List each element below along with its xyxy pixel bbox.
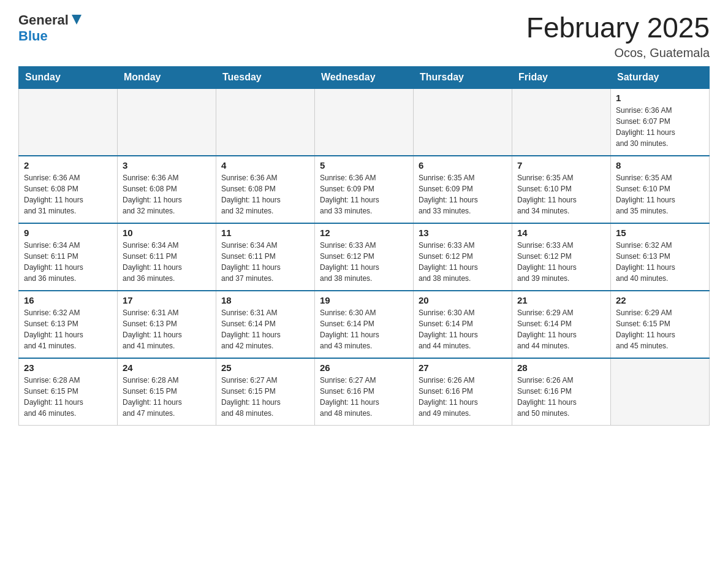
day-number: 8 bbox=[616, 160, 704, 170]
calendar-cell: 2Sunrise: 6:36 AM Sunset: 6:08 PM Daylig… bbox=[19, 156, 118, 223]
logo-general-text: General bbox=[18, 12, 69, 28]
calendar-cell bbox=[216, 88, 315, 156]
calendar-cell: 6Sunrise: 6:35 AM Sunset: 6:09 PM Daylig… bbox=[414, 156, 512, 223]
day-info: Sunrise: 6:35 AM Sunset: 6:09 PM Dayligh… bbox=[419, 172, 507, 216]
svg-marker-0 bbox=[72, 15, 82, 25]
day-number: 21 bbox=[517, 295, 605, 305]
location-text: Ocos, Guatemala bbox=[526, 46, 710, 60]
day-number: 6 bbox=[419, 160, 507, 170]
calendar-cell: 17Sunrise: 6:31 AM Sunset: 6:13 PM Dayli… bbox=[118, 291, 216, 358]
day-info: Sunrise: 6:35 AM Sunset: 6:10 PM Dayligh… bbox=[616, 172, 704, 216]
calendar-cell: 7Sunrise: 6:35 AM Sunset: 6:10 PM Daylig… bbox=[512, 156, 611, 223]
calendar-cell: 8Sunrise: 6:35 AM Sunset: 6:10 PM Daylig… bbox=[611, 156, 710, 223]
logo-icon bbox=[70, 13, 83, 26]
day-number: 27 bbox=[419, 362, 507, 373]
day-info: Sunrise: 6:29 AM Sunset: 6:15 PM Dayligh… bbox=[616, 307, 704, 351]
day-info: Sunrise: 6:36 AM Sunset: 6:08 PM Dayligh… bbox=[123, 172, 211, 216]
day-info: Sunrise: 6:27 AM Sunset: 6:16 PM Dayligh… bbox=[320, 375, 408, 419]
day-info: Sunrise: 6:34 AM Sunset: 6:11 PM Dayligh… bbox=[123, 240, 211, 284]
day-number: 26 bbox=[320, 362, 408, 373]
calendar-cell: 26Sunrise: 6:27 AM Sunset: 6:16 PM Dayli… bbox=[315, 358, 414, 426]
day-info: Sunrise: 6:32 AM Sunset: 6:13 PM Dayligh… bbox=[24, 307, 112, 351]
day-info: Sunrise: 6:36 AM Sunset: 6:09 PM Dayligh… bbox=[320, 172, 408, 216]
calendar-cell bbox=[315, 88, 414, 156]
day-number: 3 bbox=[123, 160, 211, 170]
calendar-week-5: 23Sunrise: 6:28 AM Sunset: 6:15 PM Dayli… bbox=[19, 358, 710, 426]
day-number: 28 bbox=[517, 362, 605, 373]
calendar-cell: 11Sunrise: 6:34 AM Sunset: 6:11 PM Dayli… bbox=[216, 223, 315, 291]
weekday-header-sunday: Sunday bbox=[19, 66, 118, 88]
weekday-header-saturday: Saturday bbox=[611, 66, 710, 88]
weekday-header-monday: Monday bbox=[118, 66, 216, 88]
calendar-cell: 15Sunrise: 6:32 AM Sunset: 6:13 PM Dayli… bbox=[611, 223, 710, 291]
day-info: Sunrise: 6:30 AM Sunset: 6:14 PM Dayligh… bbox=[320, 307, 408, 351]
calendar-cell: 13Sunrise: 6:33 AM Sunset: 6:12 PM Dayli… bbox=[414, 223, 512, 291]
weekday-header-tuesday: Tuesday bbox=[216, 66, 315, 88]
calendar-cell: 5Sunrise: 6:36 AM Sunset: 6:09 PM Daylig… bbox=[315, 156, 414, 223]
day-info: Sunrise: 6:36 AM Sunset: 6:08 PM Dayligh… bbox=[221, 172, 309, 216]
day-info: Sunrise: 6:33 AM Sunset: 6:12 PM Dayligh… bbox=[320, 240, 408, 284]
day-number: 22 bbox=[616, 295, 704, 305]
calendar-cell: 14Sunrise: 6:33 AM Sunset: 6:12 PM Dayli… bbox=[512, 223, 611, 291]
day-info: Sunrise: 6:28 AM Sunset: 6:15 PM Dayligh… bbox=[123, 375, 211, 419]
calendar-cell bbox=[611, 358, 710, 426]
calendar-cell: 16Sunrise: 6:32 AM Sunset: 6:13 PM Dayli… bbox=[19, 291, 118, 358]
weekday-header-wednesday: Wednesday bbox=[315, 66, 414, 88]
day-info: Sunrise: 6:28 AM Sunset: 6:15 PM Dayligh… bbox=[24, 375, 112, 419]
day-number: 10 bbox=[123, 228, 211, 238]
calendar-week-4: 16Sunrise: 6:32 AM Sunset: 6:13 PM Dayli… bbox=[19, 291, 710, 358]
logo-blue-text: Blue bbox=[18, 28, 48, 44]
calendar-cell: 1Sunrise: 6:36 AM Sunset: 6:07 PM Daylig… bbox=[611, 88, 710, 156]
calendar-cell: 28Sunrise: 6:26 AM Sunset: 6:16 PM Dayli… bbox=[512, 358, 611, 426]
calendar-cell bbox=[19, 88, 118, 156]
calendar-cell: 10Sunrise: 6:34 AM Sunset: 6:11 PM Dayli… bbox=[118, 223, 216, 291]
day-number: 14 bbox=[517, 228, 605, 238]
day-info: Sunrise: 6:34 AM Sunset: 6:11 PM Dayligh… bbox=[221, 240, 309, 284]
page-header: General Blue February 2025 Ocos, Guatema… bbox=[18, 12, 710, 60]
calendar-cell: 23Sunrise: 6:28 AM Sunset: 6:15 PM Dayli… bbox=[19, 358, 118, 426]
weekday-header-thursday: Thursday bbox=[414, 66, 512, 88]
day-number: 11 bbox=[221, 228, 309, 238]
day-info: Sunrise: 6:33 AM Sunset: 6:12 PM Dayligh… bbox=[419, 240, 507, 284]
day-number: 5 bbox=[320, 160, 408, 170]
day-number: 15 bbox=[616, 228, 704, 238]
calendar-cell bbox=[512, 88, 611, 156]
day-number: 20 bbox=[419, 295, 507, 305]
day-number: 18 bbox=[221, 295, 309, 305]
calendar-table: SundayMondayTuesdayWednesdayThursdayFrid… bbox=[18, 66, 710, 426]
day-number: 19 bbox=[320, 295, 408, 305]
calendar-cell bbox=[414, 88, 512, 156]
day-number: 12 bbox=[320, 228, 408, 238]
day-info: Sunrise: 6:36 AM Sunset: 6:08 PM Dayligh… bbox=[24, 172, 112, 216]
day-info: Sunrise: 6:32 AM Sunset: 6:13 PM Dayligh… bbox=[616, 240, 704, 284]
calendar-cell: 19Sunrise: 6:30 AM Sunset: 6:14 PM Dayli… bbox=[315, 291, 414, 358]
calendar-cell: 20Sunrise: 6:30 AM Sunset: 6:14 PM Dayli… bbox=[414, 291, 512, 358]
calendar-week-3: 9Sunrise: 6:34 AM Sunset: 6:11 PM Daylig… bbox=[19, 223, 710, 291]
day-info: Sunrise: 6:31 AM Sunset: 6:14 PM Dayligh… bbox=[221, 307, 309, 351]
day-number: 16 bbox=[24, 295, 112, 305]
title-block: February 2025 Ocos, Guatemala bbox=[526, 12, 710, 60]
day-info: Sunrise: 6:30 AM Sunset: 6:14 PM Dayligh… bbox=[419, 307, 507, 351]
day-number: 13 bbox=[419, 228, 507, 238]
day-info: Sunrise: 6:27 AM Sunset: 6:15 PM Dayligh… bbox=[221, 375, 309, 419]
day-info: Sunrise: 6:35 AM Sunset: 6:10 PM Dayligh… bbox=[517, 172, 605, 216]
weekday-header-friday: Friday bbox=[512, 66, 611, 88]
day-number: 23 bbox=[24, 362, 112, 373]
day-info: Sunrise: 6:33 AM Sunset: 6:12 PM Dayligh… bbox=[517, 240, 605, 284]
day-info: Sunrise: 6:34 AM Sunset: 6:11 PM Dayligh… bbox=[24, 240, 112, 284]
day-number: 1 bbox=[616, 93, 704, 103]
day-info: Sunrise: 6:26 AM Sunset: 6:16 PM Dayligh… bbox=[419, 375, 507, 419]
day-info: Sunrise: 6:36 AM Sunset: 6:07 PM Dayligh… bbox=[616, 105, 704, 149]
day-number: 25 bbox=[221, 362, 309, 373]
calendar-cell: 9Sunrise: 6:34 AM Sunset: 6:11 PM Daylig… bbox=[19, 223, 118, 291]
calendar-cell bbox=[118, 88, 216, 156]
calendar-cell: 3Sunrise: 6:36 AM Sunset: 6:08 PM Daylig… bbox=[118, 156, 216, 223]
logo: General Blue bbox=[18, 12, 83, 44]
calendar-week-1: 1Sunrise: 6:36 AM Sunset: 6:07 PM Daylig… bbox=[19, 88, 710, 156]
calendar-cell: 18Sunrise: 6:31 AM Sunset: 6:14 PM Dayli… bbox=[216, 291, 315, 358]
day-number: 24 bbox=[123, 362, 211, 373]
day-info: Sunrise: 6:29 AM Sunset: 6:14 PM Dayligh… bbox=[517, 307, 605, 351]
day-number: 2 bbox=[24, 160, 112, 170]
calendar-cell: 25Sunrise: 6:27 AM Sunset: 6:15 PM Dayli… bbox=[216, 358, 315, 426]
day-info: Sunrise: 6:26 AM Sunset: 6:16 PM Dayligh… bbox=[517, 375, 605, 419]
